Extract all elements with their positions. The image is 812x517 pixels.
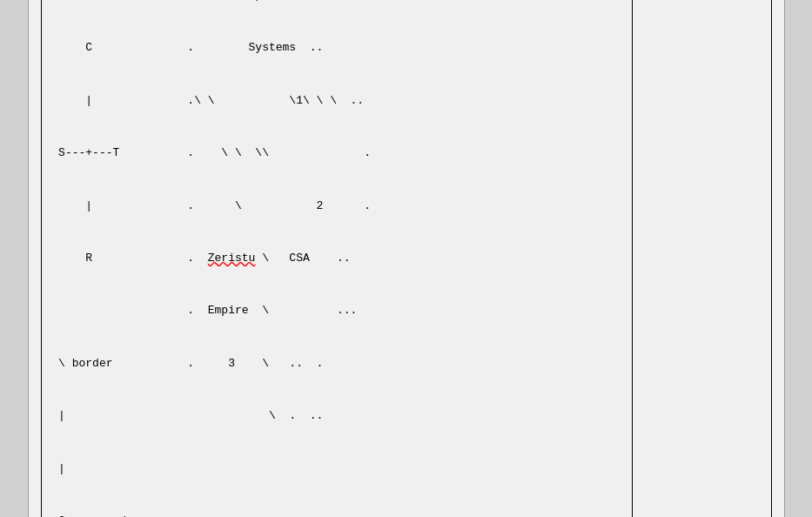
map-line-7: | .\ \ \1\ \ \ ..	[45, 92, 628, 110]
map-line-10: R . Zeristu \ CSA ..	[45, 250, 628, 267]
content-area: QUENTAL MAIN .. . SECTOR .. Unexplored .…	[41, 0, 772, 517]
zeristu-label-map: Zeristu	[208, 252, 256, 265]
map-line-11: . Empire \ ...	[45, 302, 628, 319]
main-container: ========================================…	[28, 0, 785, 517]
map-line-6: C . Systems ..	[45, 39, 628, 57]
legend-panel: Major Systems in the area 1 Mark 2 Argen…	[633, 0, 772, 517]
map-line-15: C coreward . .	[45, 513, 628, 517]
map-line-8: S---+---T . \ \ \\ .	[45, 144, 628, 162]
map-line-12: \ border . 3 \ .. .	[45, 355, 628, 373]
map-line-9: | . \ 2 .	[45, 198, 628, 215]
map-line-14: |	[45, 460, 628, 478]
map-panel: QUENTAL MAIN .. . SECTOR .. Unexplored .…	[41, 0, 633, 517]
map-line-5: . . Explored .	[45, 0, 628, 4]
map-line-13: | \ . ..	[45, 407, 628, 425]
